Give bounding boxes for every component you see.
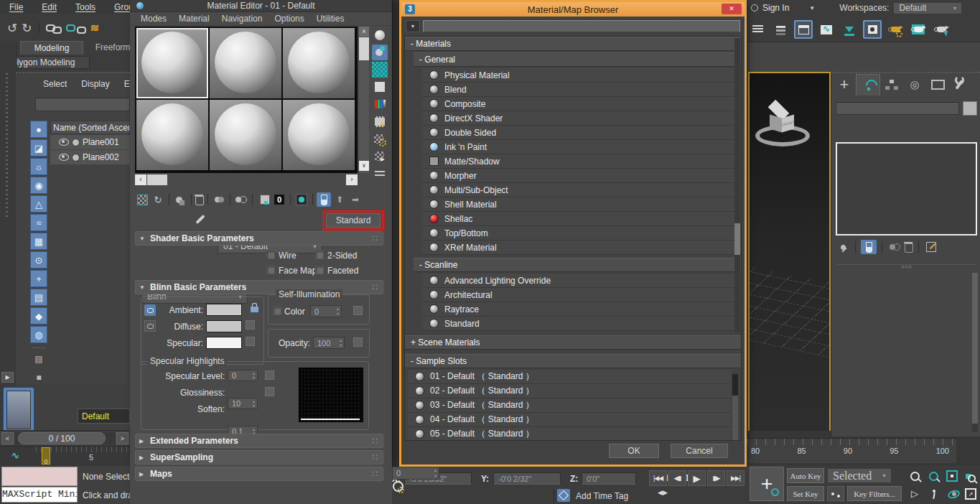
scroll-up-arrow[interactable]: ∧ bbox=[359, 27, 369, 37]
material-item[interactable]: Matte/Shadow bbox=[422, 154, 741, 169]
tab-motion-icon[interactable]: ◎ bbox=[903, 74, 926, 95]
selection-set-dropdown[interactable]: Selected bbox=[827, 468, 892, 483]
go-to-parent-icon[interactable]: ⬆ bbox=[332, 192, 347, 207]
schematic-view-icon[interactable] bbox=[840, 20, 859, 39]
sample-slot[interactable] bbox=[283, 28, 355, 98]
show-material-in-viewport-icon[interactable] bbox=[294, 192, 309, 207]
visibility-eye-icon[interactable] bbox=[59, 139, 69, 146]
orbit-icon[interactable] bbox=[943, 486, 961, 502]
material-item[interactable]: Shellac bbox=[422, 212, 741, 226]
section-materials[interactable]: - Materials bbox=[405, 37, 741, 51]
modifier-stack[interactable] bbox=[836, 142, 977, 235]
sample-slot-item[interactable]: 03 - Default （ Standard ） bbox=[408, 398, 731, 413]
specular-level-map-button[interactable] bbox=[265, 370, 274, 380]
menu-item[interactable]: Edit bbox=[32, 2, 66, 12]
go-to-end-button[interactable]: ▶▶| bbox=[727, 470, 745, 486]
glossiness-map-button[interactable] bbox=[265, 387, 274, 396]
z-coordinate-field[interactable]: 0'0" bbox=[582, 472, 636, 485]
self-illumination-map-button[interactable] bbox=[353, 306, 363, 315]
slots-vertical-scrollbar[interactable]: ∧ ∨ bbox=[359, 27, 369, 173]
object-name[interactable]: Plane002 bbox=[83, 152, 119, 162]
mini-material-slot[interactable] bbox=[3, 387, 34, 433]
padlock-icon[interactable] bbox=[251, 307, 258, 312]
panel-scrollbar[interactable] bbox=[972, 273, 978, 432]
current-frame-spinner[interactable]: 0 bbox=[392, 467, 439, 480]
sample-slot-item[interactable]: 02 - Default （ Standard ） bbox=[408, 384, 731, 398]
faceted-checkbox[interactable] bbox=[315, 266, 324, 274]
time-slider-next-button[interactable]: > bbox=[116, 432, 129, 444]
layer-explorer-icon[interactable] bbox=[771, 20, 790, 39]
make-preview-icon[interactable]: + bbox=[372, 113, 388, 129]
scroll-down-arrow[interactable]: ∨ bbox=[359, 161, 369, 171]
bind-to-space-warp-icon[interactable]: ≋ bbox=[90, 22, 100, 34]
display-filter-icon[interactable]: ◍ bbox=[30, 326, 47, 343]
visibility-eye-icon[interactable] bbox=[59, 154, 69, 161]
opacity-map-button[interactable] bbox=[353, 337, 363, 347]
select-by-material-icon[interactable]: ➤ bbox=[372, 148, 388, 164]
material-item[interactable]: XRef Material bbox=[422, 241, 741, 255]
explorer-tool-icon[interactable]: ■ bbox=[30, 369, 47, 386]
ribbon-tab-modeling[interactable]: Modeling bbox=[20, 41, 83, 55]
material-item[interactable]: Ink 'n Paint bbox=[422, 140, 741, 154]
lock-diffuse-specular-icon[interactable] bbox=[144, 320, 156, 332]
rollout-blinn-basic-parameters[interactable]: Blinn Basic Parameters bbox=[135, 280, 383, 294]
pin-stack-icon[interactable] bbox=[836, 240, 850, 254]
pick-material-eyedropper-icon[interactable] bbox=[195, 215, 205, 224]
tab-create-icon[interactable]: + bbox=[833, 74, 856, 95]
material-item[interactable]: Composite bbox=[422, 97, 741, 111]
field-of-view-icon[interactable]: ▷ bbox=[906, 486, 923, 502]
scroll-thumb[interactable] bbox=[972, 273, 978, 424]
remove-modifier-icon[interactable] bbox=[905, 241, 913, 253]
opacity-spinner[interactable]: 100 bbox=[313, 337, 345, 349]
sample-ui-tiles-icon[interactable] bbox=[372, 79, 388, 95]
backlight-icon[interactable] bbox=[372, 45, 388, 60]
display-filter-icon[interactable]: ▤ bbox=[30, 289, 47, 306]
select-and-link-icon[interactable] bbox=[46, 23, 62, 34]
material-item[interactable]: Physical Material bbox=[422, 68, 741, 83]
menu-item[interactable]: File bbox=[0, 2, 32, 12]
lock-ambient-diffuse-icon[interactable] bbox=[144, 304, 156, 316]
previous-frame-button[interactable]: ◀▮ bbox=[668, 470, 686, 486]
specular-map-button[interactable] bbox=[246, 337, 255, 346]
zoom-extents-icon[interactable] bbox=[943, 468, 961, 484]
go-to-start-button[interactable]: |◀◀ bbox=[649, 470, 667, 486]
material-editor-titlebar[interactable]: Material Editor - 01 - Default bbox=[130, 0, 392, 12]
scene-explorer-toggle-icon[interactable] bbox=[748, 20, 767, 39]
wire-checkbox[interactable] bbox=[266, 251, 275, 259]
diffuse-map-button[interactable] bbox=[246, 320, 255, 330]
auto-key-button[interactable]: Auto Key bbox=[787, 468, 824, 483]
background-icon[interactable] bbox=[372, 62, 388, 78]
display-filter-icon[interactable]: ◪ bbox=[30, 139, 47, 157]
add-time-tag-button[interactable]: Add Time Tag bbox=[576, 491, 628, 501]
maxscript-listener-pink[interactable] bbox=[1, 467, 78, 486]
menu-item[interactable]: Tools bbox=[66, 2, 105, 12]
zoom-all-icon[interactable] bbox=[925, 468, 942, 484]
time-slider-thumb[interactable]: 0 / 100 bbox=[18, 432, 106, 444]
display-filter-icon[interactable]: ▦ bbox=[30, 233, 47, 250]
display-filter-icon[interactable]: ● bbox=[30, 121, 47, 138]
active-layer-field[interactable]: Default bbox=[78, 409, 130, 424]
make-material-copy-icon[interactable] bbox=[212, 192, 226, 207]
sample-slot-item[interactable]: 05 - Default （ Standard ） bbox=[408, 427, 731, 441]
sample-slot[interactable] bbox=[210, 100, 281, 170]
material-item[interactable]: Raytrace bbox=[422, 302, 741, 317]
explorer-menu-item[interactable]: Display bbox=[81, 79, 109, 89]
material-item[interactable]: Multi/Sub-Object bbox=[422, 183, 741, 197]
explorer-menu-item[interactable]: Edit bbox=[124, 79, 130, 89]
next-frame-button[interactable]: ▮▶ bbox=[707, 470, 725, 486]
two-sided-checkbox[interactable] bbox=[315, 251, 324, 259]
face-map-checkbox[interactable] bbox=[266, 266, 275, 274]
set-key-button[interactable]: Set Key bbox=[787, 486, 824, 501]
explorer-tool-icon[interactable]: ▤ bbox=[30, 350, 47, 368]
material-item[interactable]: Standard bbox=[422, 317, 741, 331]
make-unique-stack-icon[interactable] bbox=[887, 240, 902, 254]
rollout-supersampling[interactable]: SuperSampling bbox=[135, 450, 383, 465]
expand-panel-button[interactable]: ▶ bbox=[1, 372, 14, 383]
material-item[interactable]: Double Sided bbox=[422, 126, 741, 140]
y-coordinate-field[interactable]: -0'0 2/32" bbox=[493, 472, 561, 485]
display-filter-icon[interactable]: ≈ bbox=[30, 214, 47, 231]
object-name[interactable]: Plane001 bbox=[83, 137, 119, 147]
get-material-icon[interactable] bbox=[135, 192, 149, 207]
object-name-field[interactable] bbox=[836, 102, 959, 115]
display-filter-icon[interactable]: + bbox=[30, 270, 47, 287]
